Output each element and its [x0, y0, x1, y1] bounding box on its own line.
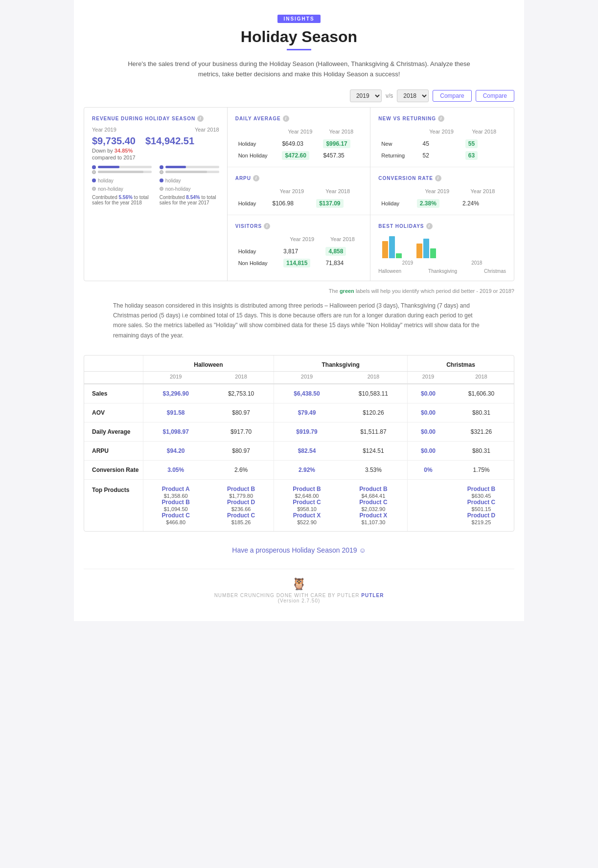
conversion-table: Year 2019 Year 2018 Holiday 2.38% 2.24%: [378, 186, 506, 210]
thanksgiving-2019-products: Product B $2,648.00 Product C $958.10 Pr…: [278, 486, 335, 525]
big-table: Halloween Thanksgiving Christmas 2019 20…: [84, 356, 514, 531]
revenue-panel-title: REVENUE DURING HOLIDAY SEASON i: [92, 115, 219, 122]
vs-label: v/s: [386, 92, 393, 99]
year1-select[interactable]: 2019 2018: [350, 89, 382, 102]
nvr-table: Year 2019 Year 2018 New 45 55 Returning …: [378, 127, 506, 162]
visitors-title: VISITORS i: [235, 223, 363, 229]
table-row-conversion: Conversion Rate 3.05% 2.6% 2.92% 3.53% 0…: [84, 461, 514, 480]
revenue-2019-value: $9,735.40: [92, 135, 136, 147]
daily-avg-title: DAILY AVERAGE i: [235, 115, 363, 122]
year2-select[interactable]: 2018 2019: [397, 89, 429, 102]
thanksgiving-header: Thanksgiving: [274, 356, 408, 372]
page-header: INSIGHTS Holiday Season Here's the sales…: [84, 15, 514, 80]
arpu-info-icon[interactable]: i: [253, 175, 259, 181]
table-row-daily-avg: Daily Average $1,098.97 $917.70 $919.79 …: [84, 423, 514, 442]
contributed-2019: Contributed 5.56% to total sales for the…: [92, 195, 152, 205]
new-vs-returning-title: NEW VS RETURNING i: [378, 115, 506, 122]
subtitle: Here's the sales trend of your business …: [128, 59, 470, 80]
table-row-aov: AOV $91.58 $80.97 $79.49 $120.26 $0.00 $…: [84, 403, 514, 423]
revenue-info-icon[interactable]: i: [197, 115, 204, 122]
right-column: NEW VS RETURNING i Year 2019 Year 2018 N…: [370, 108, 514, 281]
holiday-comparison-table: Halloween Thanksgiving Christmas 2019 20…: [84, 355, 514, 532]
compare-button-1[interactable]: Compare: [433, 90, 471, 102]
footer-logo: 🦉: [84, 577, 514, 591]
conversion-title: CONVERSION RATE i: [378, 175, 506, 181]
visitors-info-icon[interactable]: i: [264, 223, 270, 229]
footer-brand: 🦉 NUMBER CRUNCHING DONE WITH CARE BY PUT…: [84, 569, 514, 611]
halloween-header: Halloween: [143, 356, 274, 372]
daily-avg-info-icon[interactable]: i: [283, 115, 289, 122]
nvr-info-icon[interactable]: i: [438, 115, 444, 122]
daily-avg-table: Year 2019 Year 2018 Holiday $649.03 $996…: [235, 127, 363, 162]
insights-badge: INSIGHTS: [277, 15, 320, 23]
thanksgiving-2018-products: Product B $4,684.41 Product C $2,032.90 …: [344, 486, 403, 525]
halloween-2019-products: Product A $1,358.60 Product B $1,094.50 …: [147, 486, 205, 525]
controls-row: 2019 2018 v/s 2018 2019 Compare Compare: [84, 89, 514, 102]
page-title: Holiday Season: [84, 28, 514, 46]
middle-column: DAILY AVERAGE i Year 2019 Year 2018 Holi…: [228, 108, 371, 281]
putler-link: PUTLER: [361, 593, 384, 598]
table-row-top-products: Top Products Product A $1,358.60 Product…: [84, 480, 514, 532]
revenue-2018-value: $14,942.51: [145, 135, 194, 147]
arpu-title: ARPU i: [235, 175, 363, 181]
arpu-table: Year 2019 Year 2018 Holiday $106.98 $137…: [235, 186, 363, 210]
metrics-grid: REVENUE DURING HOLIDAY SEASON i Year 201…: [84, 107, 514, 281]
contributed-2018: Contributed 8.54% to total sales for the…: [160, 195, 219, 205]
best-holidays-title: BEST HOLIDAYS i: [378, 223, 506, 229]
table-row-sales: Sales $3,296.90 $2,753.10 $6,438.50 $10,…: [84, 384, 514, 403]
revenue-year-row: Year 2019 Year 2018: [92, 127, 219, 133]
visitors-table: Year 2019 Year 2018 Holiday 3,817 4,858 …: [235, 234, 363, 269]
best-holidays-info-icon[interactable]: i: [426, 223, 433, 229]
green-labels-note: The green labels will help you identify …: [84, 288, 514, 294]
revenue-panel: REVENUE DURING HOLIDAY SEASON i Year 201…: [84, 108, 228, 281]
compare-button-2[interactable]: Compare: [476, 90, 514, 102]
halloween-2018-products: Product B $1,779.80 Product D $236.66 Pr…: [212, 486, 270, 525]
revenue-down-text: Down by 34.85%: [92, 148, 136, 154]
conversion-info-icon[interactable]: i: [435, 175, 441, 181]
table-row-arpu: ARPU $94.20 $80.97 $82.54 $124.51 $0.00 …: [84, 442, 514, 461]
title-underline: [287, 49, 311, 50]
christmas-2018-products: Product B $630.45 Product C $501.15 Prod…: [453, 486, 510, 525]
explanation-box: The holiday season considered in this in…: [113, 301, 485, 341]
footer-message: Have a prosperous Holiday Season 2019 ☺: [84, 546, 514, 554]
christmas-header: Christmas: [408, 356, 514, 372]
best-holidays-chart: 2019 2018 Halloween Thanksgiving Christm…: [378, 234, 506, 276]
